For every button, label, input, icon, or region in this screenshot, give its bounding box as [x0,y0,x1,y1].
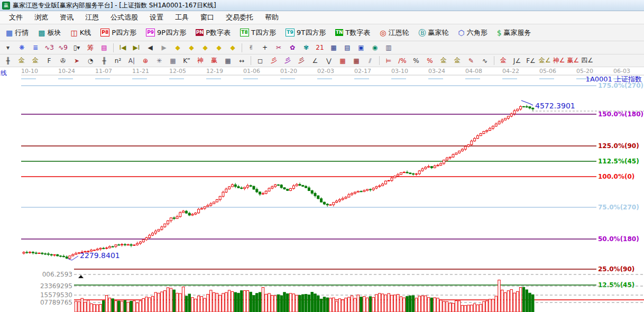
volume-scale-label: 23369295 [40,282,72,290]
percent-line-button[interactable]: % [424,56,436,66]
fan-box-red-button[interactable]: 彡 [295,56,308,66]
notes-button[interactable]: ▤ [341,43,354,53]
grid-red-button[interactable]: ▦ [336,56,349,66]
gold-angle-button[interactable]: 金∠ [538,56,551,66]
diamond-scroll-left-button[interactable]: ◆ [171,43,184,53]
time-ruler-button[interactable]: ╫ [2,56,14,66]
candle-style-button[interactable]: ▯▾ [70,43,83,53]
p-square-button[interactable]: P8P四方形 [96,27,141,39]
gold-underline-button[interactable]: 金 [497,56,510,66]
p-number-table-button[interactable]: PNP数字表 [191,27,235,39]
menu-browse[interactable]: 浏览 [29,12,54,23]
menu-news[interactable]: 资讯 [54,12,79,23]
red-target-button[interactable]: ⊕ [139,56,152,66]
gold-ruler-a-button[interactable]: 金 [15,56,28,66]
slope-percent-button[interactable]: ∕% [396,56,409,66]
winner-service-button[interactable]: $赢家服务 [492,27,536,39]
span-arrows-button[interactable]: ↔ [235,56,248,66]
kline-button[interactable]: ◫K线 [66,27,96,39]
candle-pen-button[interactable]: ✎ [465,56,477,66]
menu-formula-stock-pick[interactable]: 公式选股 [105,12,144,23]
j-angle-button[interactable]: J∠ [511,56,523,66]
pattern-search-button[interactable]: ❋ [15,43,28,53]
mirror-line-button[interactable]: A| [125,56,138,66]
menu-gann[interactable]: 江恩 [79,12,105,23]
angle-lines-button[interactable]: ∠ [309,56,321,66]
gann-wheel-button[interactable]: ◎江恩轮 [375,27,413,39]
crosshair-button[interactable]: + [259,43,271,53]
pan-hand-button[interactable]: ✌ [245,43,257,53]
print-button[interactable]: ▥ [382,43,395,53]
last-page-button[interactable]: ▶I [130,43,143,53]
tick-ruler-button[interactable]: ╫ [98,56,111,66]
title-bar: 赢 赢家江恩专业版[赢家内部服务平台] - [上证指数 SH1A0001-167… [0,0,644,11]
winner-wheel-button[interactable]: Ⓑ赢家轮 [413,27,453,39]
box-measure-button[interactable]: ◻ [254,56,266,66]
toolbar-separator [379,56,380,65]
calendar-21-button[interactable]: 21 [314,43,326,53]
menu-file[interactable]: 文件 [3,12,29,23]
first-page-button[interactable]: I◀ [116,43,129,53]
save-button[interactable]: ▣ [355,43,367,53]
fan-red-button[interactable]: 彡 [268,56,280,66]
gold-circle-button[interactable]: 金 [437,56,450,66]
t-square-button[interactable]: T8T四方形 [235,27,281,39]
volume-profile-button[interactable]: ▤ [98,43,111,53]
si-angle-button[interactable]: 四∠ [581,56,594,66]
ai-net-button[interactable]: ✾ [300,43,312,53]
web-stats-button[interactable]: ◉ [369,43,381,53]
parallel-lines-button[interactable]: ⫽ [364,56,376,66]
spiral-button[interactable]: ✇ [57,56,69,66]
chip-distribution-button[interactable]: 筹 [84,43,97,53]
diamond-expand-button[interactable]: ◆ [199,43,211,53]
grid-web-button[interactable]: ▦ [167,56,179,66]
hexagon-button[interactable]: ⬡六角形 [453,27,492,39]
diamond-shrink-button[interactable]: ◆ [213,43,225,53]
mini-chart-9-button[interactable]: ∿9 [57,43,69,53]
percent-tool-button[interactable]: % [410,56,422,66]
n-squared-button[interactable]: n² [112,56,124,66]
t-number-table-button[interactable]: TNT数字表 [330,27,375,39]
angle-measure-button[interactable]: ✂ [272,43,285,53]
style-dropdown-button[interactable]: ▾ [2,43,14,53]
f-angle-button[interactable]: F∠ [525,56,537,66]
9t-square-label: 9T四方形 [297,28,326,38]
clipboard-report-button[interactable]: ≣ [29,43,42,53]
ying-tool-button[interactable]: 赢 [208,56,220,66]
dial-gauge-button[interactable]: ◔ [84,56,97,66]
diamond-fit-button[interactable]: ◆ [226,43,239,53]
f-ruler-button[interactable]: F [43,56,56,66]
festival-tool-button[interactable]: ✿ [286,43,299,53]
grid-arrow-button[interactable]: ▦ [350,56,363,66]
kline-chart-canvas[interactable]: 10-1010-2411-0711-2112-0512-1901-0601-20… [0,67,644,312]
next-page-button[interactable]: ▶ [158,43,170,53]
v-lines-button[interactable]: ⋁ [323,56,335,66]
ying-angle-button[interactable]: 赢∠ [567,56,580,66]
svg-text:05-20: 05-20 [576,68,593,75]
grid-123-button[interactable]: ▦ [222,56,234,66]
k-quote-button[interactable]: K” [180,56,193,66]
9t-square-button[interactable]: T99T四方形 [281,27,330,39]
kline-chart-pane[interactable]: 线 10-1010-2411-0711-2112-0512-1901-0601-… [0,67,644,312]
price-scale-tool-button[interactable]: ⊨ [382,56,395,66]
mini-chart-3-button[interactable]: ∿3 [43,43,56,53]
menu-trade[interactable]: 交易委托 [220,12,259,23]
fan-box-purple-button[interactable]: 彡 [281,56,294,66]
shen-angle-button[interactable]: 神∠ [553,56,566,66]
menu-tools[interactable]: 工具 [169,12,195,23]
quotes-button[interactable]: ▦行情 [1,27,33,39]
menu-settings[interactable]: 设置 [144,12,169,23]
sectors-button[interactable]: ▩板块 [33,27,66,39]
gold-hline-button[interactable]: 金 [451,56,464,66]
star-web-button[interactable]: ✳ [153,56,165,66]
9p-square-button[interactable]: P99P四方形 [141,27,191,39]
prev-page-button[interactable]: ◀ [144,43,157,53]
menu-window[interactable]: 窗口 [195,12,220,23]
menu-help[interactable]: 帮助 [259,12,284,23]
calculator-button[interactable]: ▦ [327,43,340,53]
rocket-button[interactable]: ➤ [70,56,83,66]
wave-line-button[interactable]: ∿ [479,56,491,66]
diamond-scroll-right-button[interactable]: ◆ [185,43,198,53]
shen-tool-button[interactable]: 神 [194,56,207,66]
gold-ruler-b-button[interactable]: 金 [29,56,42,66]
